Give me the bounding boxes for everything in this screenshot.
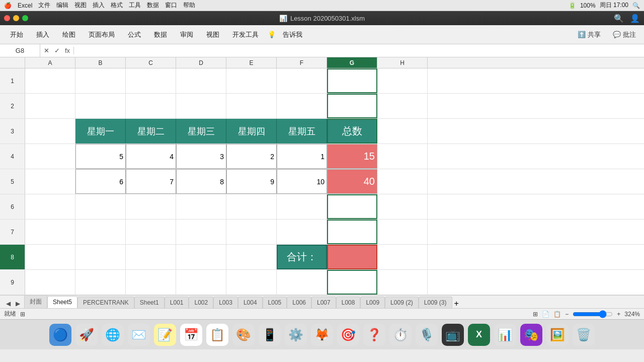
- cell-e8[interactable]: [226, 245, 277, 269]
- cell-f5[interactable]: 10: [277, 169, 327, 194]
- cell-g8-sum-value[interactable]: [327, 245, 377, 269]
- cell-d9[interactable]: [176, 270, 226, 295]
- menu-tools[interactable]: 工具: [129, 1, 141, 10]
- cell-e4[interactable]: 2: [226, 144, 277, 169]
- cell-d4[interactable]: 3: [176, 144, 226, 169]
- cell-b3-header[interactable]: 星期一: [75, 119, 126, 143]
- col-header-h[interactable]: H: [377, 57, 428, 68]
- view-page-icon[interactable]: 📄: [542, 311, 549, 318]
- cell-b5[interactable]: 6: [75, 169, 126, 194]
- cell-h5[interactable]: [377, 169, 428, 194]
- cell-a8[interactable]: [25, 245, 75, 269]
- sheet-tab-l009-2[interactable]: L009 (2): [385, 297, 419, 308]
- dock-calendar[interactable]: 📅: [180, 324, 202, 346]
- sheet-tab-l003[interactable]: L003: [213, 297, 238, 308]
- share-button[interactable]: ⬆️ 共享: [574, 28, 605, 41]
- cell-f4[interactable]: 1: [277, 144, 327, 169]
- cell-f8-sum-label[interactable]: 合计：: [277, 245, 327, 269]
- sheet-nav-right[interactable]: ▶: [14, 299, 22, 308]
- formula-input[interactable]: [74, 47, 644, 54]
- cell-b9[interactable]: [75, 270, 126, 295]
- cell-d5[interactable]: 8: [176, 169, 226, 194]
- cell-c5[interactable]: 7: [126, 169, 176, 194]
- confirm-formula-button[interactable]: ✓: [53, 47, 61, 54]
- row-header-6[interactable]: 6: [0, 194, 25, 219]
- tab-developer[interactable]: 开发工具: [226, 28, 265, 41]
- cell-f7[interactable]: [277, 220, 327, 244]
- tab-data[interactable]: 数据: [148, 28, 173, 41]
- cell-e7[interactable]: [226, 220, 277, 244]
- cell-h6[interactable]: [377, 194, 428, 219]
- sheet-tab-l006[interactable]: L006: [287, 297, 311, 308]
- close-button[interactable]: [4, 15, 10, 21]
- cell-g2[interactable]: [327, 94, 377, 118]
- cell-g7[interactable]: [327, 220, 377, 244]
- dock-trash[interactable]: 🗑️: [573, 324, 595, 346]
- col-header-c[interactable]: C: [126, 57, 176, 68]
- sheet-tab-l008[interactable]: L008: [336, 297, 361, 308]
- menu-data[interactable]: 数据: [147, 1, 159, 10]
- cell-c7[interactable]: [126, 220, 176, 244]
- col-header-d[interactable]: D: [176, 57, 226, 68]
- tab-home[interactable]: 开始: [4, 28, 29, 41]
- cell-g9[interactable]: [327, 270, 377, 295]
- zoom-out-icon[interactable]: −: [565, 311, 569, 318]
- cell-g6[interactable]: [327, 194, 377, 219]
- dock-firefox[interactable]: 🦊: [311, 324, 333, 346]
- cell-e9[interactable]: [226, 270, 277, 295]
- dock-timemachine[interactable]: ⏱️: [389, 324, 412, 346]
- sheet-tab-percentrank[interactable]: PERCENTRANK: [77, 297, 134, 308]
- cell-a7[interactable]: [25, 220, 75, 244]
- cell-h8[interactable]: [377, 245, 428, 269]
- cell-g4-total[interactable]: 15: [327, 144, 377, 169]
- row-header-8[interactable]: 8: [0, 245, 25, 269]
- cell-a6[interactable]: [25, 194, 75, 219]
- cell-c1[interactable]: [126, 68, 176, 93]
- cell-d2[interactable]: [176, 94, 226, 118]
- cell-b6[interactable]: [75, 194, 126, 219]
- sheet-tab-cover[interactable]: 封面: [24, 295, 47, 308]
- cell-a1[interactable]: [25, 68, 75, 93]
- cell-a5[interactable]: [25, 169, 75, 194]
- dock-podcasts[interactable]: 🎙️: [416, 324, 438, 346]
- sheet-tab-l001[interactable]: L001: [165, 297, 189, 308]
- cell-d7[interactable]: [176, 220, 226, 244]
- cell-e2[interactable]: [226, 94, 277, 118]
- row-header-4[interactable]: 4: [0, 144, 25, 169]
- cell-h4[interactable]: [377, 144, 428, 169]
- row-header-7[interactable]: 7: [0, 220, 25, 244]
- cell-b7[interactable]: [75, 220, 126, 244]
- row-header-9[interactable]: 9: [0, 270, 25, 295]
- dock-mail[interactable]: ✉️: [128, 324, 150, 346]
- zoom-slider[interactable]: [573, 310, 613, 318]
- menu-format[interactable]: 格式: [111, 1, 123, 10]
- maximize-button[interactable]: [22, 15, 28, 21]
- search-icon[interactable]: 🔍: [614, 14, 624, 23]
- cell-a9[interactable]: [25, 270, 75, 295]
- sheet-tab-l009[interactable]: L009: [360, 297, 385, 308]
- cell-f6[interactable]: [277, 194, 327, 219]
- dock-reminders[interactable]: 📋: [206, 324, 228, 346]
- dock-photos2[interactable]: 🖼️: [546, 324, 569, 346]
- cell-g1[interactable]: [327, 68, 377, 93]
- cell-d3-header[interactable]: 星期三: [176, 119, 226, 143]
- tab-insert[interactable]: 插入: [30, 28, 55, 41]
- cell-f9[interactable]: [277, 270, 327, 295]
- app-name[interactable]: Excel: [18, 2, 32, 9]
- cell-d6[interactable]: [176, 194, 226, 219]
- col-header-g[interactable]: G: [327, 57, 377, 68]
- menu-insert[interactable]: 插入: [93, 1, 105, 10]
- sheet-tab-l005[interactable]: L005: [263, 297, 287, 308]
- cell-b8[interactable]: [75, 245, 126, 269]
- add-sheet-button[interactable]: +: [454, 299, 459, 308]
- sheet-tab-l002[interactable]: L002: [189, 297, 213, 308]
- col-header-f[interactable]: F: [277, 57, 327, 68]
- dock-photos[interactable]: 🎨: [232, 324, 255, 346]
- row-header-2[interactable]: 2: [0, 94, 25, 118]
- row-header-1[interactable]: 1: [0, 68, 25, 93]
- tab-page-layout[interactable]: 页面布局: [83, 28, 121, 41]
- tab-formula[interactable]: 公式: [122, 28, 147, 41]
- sheet-tab-l009-3[interactable]: L009 (3): [419, 297, 452, 308]
- dock-launchpad[interactable]: 🚀: [75, 324, 98, 346]
- dock-unknown2[interactable]: 🎭: [520, 324, 542, 346]
